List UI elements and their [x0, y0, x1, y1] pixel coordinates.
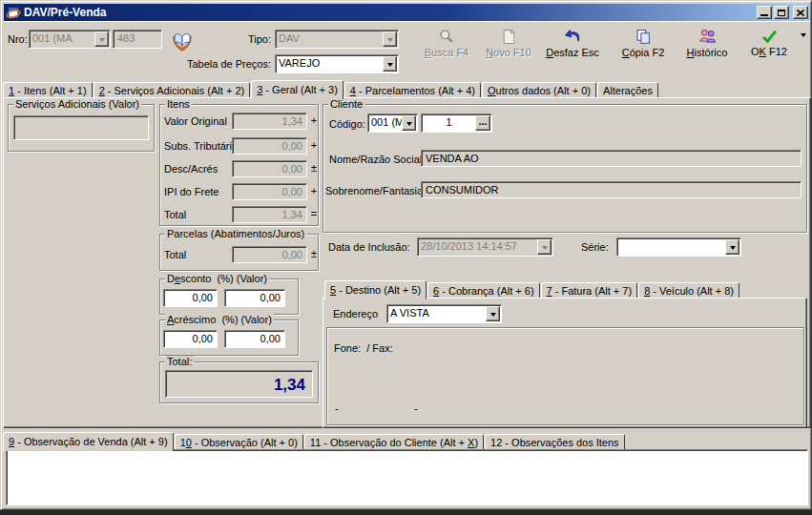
valor-original-field: 1,34	[232, 113, 307, 130]
cliente-legend: Cliente	[328, 98, 364, 110]
tab-outros-dados[interactable]: Outros dados (Alt + 0)	[482, 82, 596, 97]
chevron-down-icon[interactable]	[383, 56, 397, 72]
tabela-precos-label: Tabela de Preços:	[166, 58, 271, 71]
subs-tributaria-sign: +	[309, 139, 319, 152]
toolbar: Nro: 001 (MA 483 Tipo: DAV Tabela de Pre…	[4, 21, 810, 81]
app-icon	[6, 5, 21, 20]
ipi-frete-label: IPI do Frete	[164, 186, 219, 198]
tab-observacao-cliente[interactable]: 11 - Observação do Cliente (Alt + X)	[304, 434, 484, 449]
main-tab-strip: 1 - Itens (Alt + 1) 2 - Serviços Adicion…	[3, 82, 659, 97]
desc-acres-sign: ±	[309, 162, 319, 175]
nro-label: Nro:	[8, 33, 28, 46]
observacao-venda-textarea[interactable]	[6, 449, 808, 505]
endereco-combo[interactable]: A VISTA	[386, 304, 502, 323]
ok-check-icon	[761, 29, 778, 44]
tab-servicos-adicionais[interactable]: 2 - Serviços Adicionais (Alt + 2)	[94, 82, 251, 97]
maximize-button[interactable]	[774, 6, 789, 19]
acrescimo-valor-input[interactable]: 0,00	[224, 330, 285, 348]
servicos-adicionais-field	[13, 115, 149, 140]
valor-original-label: Valor Original	[164, 115, 227, 128]
fone-dash: -	[335, 402, 339, 415]
desc-acres-field: 0,00	[232, 160, 307, 177]
novo-button: Novo F10	[477, 28, 540, 66]
nome-razao-field: VENDA AO	[421, 150, 802, 167]
desfaz-button[interactable]: Desfaz Esc	[538, 28, 607, 66]
fone-fax-label: Fone: / Fax:	[334, 342, 393, 355]
acrescimo-legend: Acréscimo (%) (Valor)	[165, 314, 274, 325]
tab-parcelamentos[interactable]: 4 - Parcelamentos (Alt + 4)	[344, 82, 481, 97]
maximize-icon	[778, 10, 785, 16]
history-people-icon	[698, 29, 717, 45]
window-title: DAV/Pré-Venda	[24, 6, 755, 19]
tab-veiculo[interactable]: 8 - Veículo (Alt + 8)	[638, 282, 739, 298]
parcelas-total-field: 0,00	[232, 246, 307, 263]
fax-dash: -	[414, 402, 418, 415]
sobrenome-fantasia-label: Sobrenome/Fantasia	[325, 185, 423, 197]
parcelas-legend: Parcelas (Abatimentos/Juros)	[165, 228, 306, 239]
nro-combo: 001 (MA	[29, 30, 111, 49]
total-display: 1,34	[165, 370, 313, 398]
chevron-down-icon[interactable]	[725, 239, 739, 255]
toolbar-overflow-button[interactable]	[801, 37, 806, 49]
undo-icon	[564, 29, 582, 45]
close-button[interactable]	[793, 6, 808, 19]
nome-razao-label: Nome/Razão Social	[329, 154, 422, 166]
close-icon	[797, 10, 804, 16]
desconto-pct-input[interactable]: 0,00	[163, 289, 218, 307]
itens-total-sign: =	[309, 208, 319, 220]
parcelas-total-sign: ±	[309, 248, 319, 260]
tipo-label: Tipo:	[223, 33, 271, 46]
app-window: DAV/Pré-Venda Nro: 001 (MA 483 Tipo: DAV…	[0, 0, 812, 510]
tab-observacao[interactable]: 10 - Observação (Alt + 0)	[175, 434, 303, 449]
codigo-combo[interactable]: 001 (M.	[367, 113, 418, 133]
historico-button[interactable]: Histórico	[676, 28, 739, 66]
copy-icon	[635, 29, 652, 45]
chevron-down-icon	[94, 31, 109, 47]
itens-total-label: Total	[164, 209, 186, 221]
tab-alteracoes[interactable]: Alterações	[597, 82, 658, 97]
ok-button[interactable]: OK F12	[739, 28, 800, 66]
tab-observacoes-itens[interactable]: 12 - Observações dos Itens	[485, 434, 625, 449]
minimize-icon	[760, 14, 768, 16]
servicos-adicionais-legend: Serviços Adicionais (Valor)	[13, 98, 141, 110]
chevron-down-icon[interactable]	[402, 115, 416, 131]
serie-combo[interactable]	[616, 237, 741, 257]
title-bar: DAV/Pré-Venda	[4, 4, 810, 21]
tab-cobranca[interactable]: 6 - Cobrança (Alt + 6)	[427, 282, 539, 298]
acrescimo-pct-input[interactable]: 0,00	[163, 330, 218, 348]
chevron-down-icon[interactable]	[486, 306, 500, 321]
itens-legend: Itens	[165, 98, 192, 110]
copia-button[interactable]: Cópia F2	[611, 28, 676, 66]
tab-geral[interactable]: 3 - Geral (Alt + 3)	[251, 80, 344, 99]
chevron-down-icon	[801, 33, 806, 52]
codigo-label: Código:	[329, 118, 365, 131]
total-legend: Total:	[165, 356, 194, 367]
data-inclusao-combo: 28/10/2013 14:14:57	[417, 237, 553, 257]
destino-tab-strip: 5 - Destino (Alt + 5) 6 - Cobrança (Alt …	[324, 282, 740, 298]
data-inclusao-label: Data de Inclusão:	[328, 241, 410, 254]
tab-destino[interactable]: 5 - Destino (Alt + 5)	[324, 280, 427, 299]
subs-tributaria-label: Subs. Tributária	[164, 140, 238, 153]
serie-label: Série:	[581, 241, 609, 254]
tab-itens[interactable]: 1 - Itens (Alt + 1)	[3, 82, 93, 97]
desconto-legend: Desconto (%) (Valor)	[165, 273, 269, 284]
tipo-combo: DAV	[275, 30, 399, 49]
tabela-precos-combo[interactable]: VAREJO	[275, 54, 399, 73]
busca-button: Busca F4	[414, 28, 479, 66]
chevron-down-icon	[537, 239, 552, 255]
screen: DAV/Pré-Venda Nro: 001 (MA 483 Tipo: DAV…	[0, 0, 812, 515]
fone-fax-panel: Fone: / Fax: - -	[326, 327, 804, 425]
tab-fatura[interactable]: 7 - Fatura (Alt + 7)	[541, 282, 638, 298]
codigo-browse-button[interactable]: ...	[475, 115, 490, 131]
desconto-valor-input[interactable]: 0,00	[224, 289, 285, 307]
sobrenome-fantasia-field: CONSUMIDOR	[421, 181, 802, 198]
subs-tributaria-field: 0,00	[232, 137, 307, 154]
desc-acres-label: Desc/Acrés	[164, 163, 218, 175]
parcelas-total-label: Total	[164, 249, 186, 261]
itens-total-field: 1,34	[232, 206, 307, 223]
chevron-down-icon	[383, 31, 397, 47]
minimize-button[interactable]	[757, 6, 772, 19]
tab-observacao-venda[interactable]: 9 - Observação de Venda (Alt + 9)	[3, 432, 174, 451]
new-document-icon	[501, 29, 517, 45]
price-book-icon	[170, 28, 195, 52]
